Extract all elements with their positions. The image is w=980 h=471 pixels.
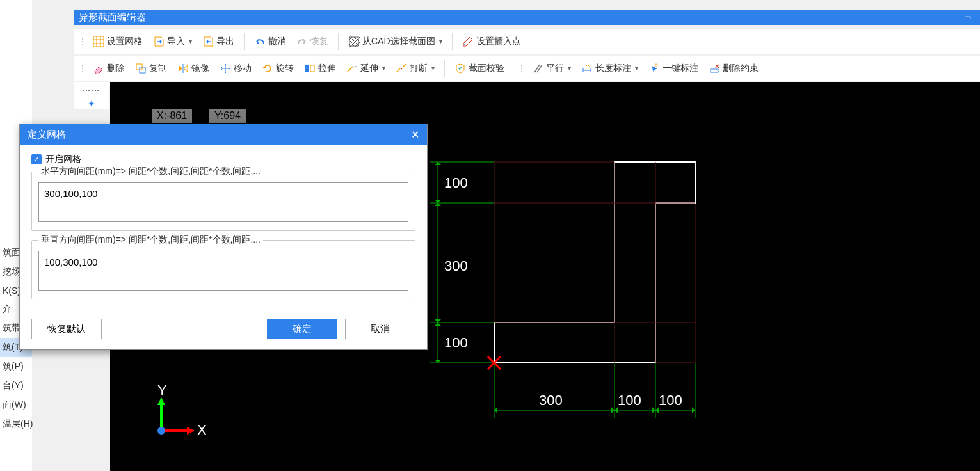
import-label: 导入 [167, 36, 185, 47]
svg-point-2 [464, 44, 465, 45]
caret-icon: ▾ [382, 65, 385, 72]
stretch-button[interactable]: 拉伸 [300, 61, 341, 76]
toolbar-main: ⋮ 设置网格 导入 ▾ 导出 撤消 恢复 从CAD选择截面图 ▾ 设置插入点 [74, 29, 980, 54]
dim-v1: 100 [444, 175, 468, 191]
one-click-label: 一键标注 [663, 63, 698, 74]
caret-icon: ▾ [439, 38, 442, 45]
toolbar-grip: ⋮ [517, 64, 526, 73]
cancel-button[interactable]: 取消 [345, 319, 415, 339]
set-grid-label: 设置网格 [107, 36, 143, 47]
undo-button[interactable]: 撤消 [250, 34, 291, 49]
svg-rect-9 [494, 162, 695, 363]
dialog-titlebar[interactable]: 定义网格 ✕ [20, 124, 427, 145]
axis-x-label: X [197, 422, 207, 438]
delete-constraint-button[interactable]: 删除约束 [704, 61, 763, 76]
stretch-icon [304, 63, 316, 74]
import-button[interactable]: 导入 ▾ [149, 34, 197, 49]
del-constraint-label: 删除约束 [723, 63, 759, 74]
close-icon[interactable]: ✕ [411, 129, 419, 141]
restore-default-button[interactable]: 恢复默认 [31, 319, 102, 339]
copy-label: 复制 [149, 63, 167, 74]
ok-button[interactable]: 确定 [267, 319, 337, 339]
parallel-button[interactable]: 平行 ▾ [527, 61, 575, 76]
editor-titlebar: 异形截面编辑器 ▭ [74, 10, 980, 25]
svg-rect-5 [305, 65, 309, 72]
toolbar-grip: ⋮ [77, 37, 87, 46]
length-dim-label: 长度标注 [595, 63, 631, 74]
rotate-label: 旋转 [276, 63, 294, 74]
del-constraint-icon [709, 63, 720, 74]
lp-item[interactable]: 台(Y) [0, 376, 32, 395]
shield-check-icon [454, 63, 466, 74]
move-icon [220, 63, 231, 74]
redo-label: 恢复 [310, 36, 328, 47]
toolbar-grip: ⋮ [77, 64, 87, 73]
hatch-icon [348, 36, 360, 47]
dim-v3: 100 [444, 335, 468, 351]
caret-icon: ▾ [635, 65, 638, 72]
maximize-icon[interactable]: ▭ [960, 13, 975, 22]
dim-h2: 100 [618, 392, 641, 408]
redo-button: 恢复 [292, 34, 333, 49]
length-dim-button[interactable]: 长度标注 ▾ [577, 61, 643, 76]
move-button[interactable]: 移动 [215, 61, 256, 76]
toolbar-edit: ⋮ 删除 复制 镜像 移动 旋转 拉伸 延伸 ▾ 打断 ▾ 截面校验 ⋮ 平行 [74, 56, 980, 81]
extend-icon [346, 63, 358, 74]
extend-button[interactable]: 延伸 ▾ [342, 61, 390, 76]
caret-icon: ▾ [568, 65, 571, 72]
validate-button[interactable]: 截面校验 [450, 61, 509, 76]
lp-item[interactable]: 筑(P) [0, 357, 32, 376]
undo-label: 撤消 [268, 36, 286, 47]
side-tool-strip: ⋯⋯ ✦ [74, 82, 109, 109]
break-label: 打断 [410, 63, 428, 74]
lp-item[interactable]: 温层(H) [0, 415, 32, 434]
extend-label: 延伸 [360, 63, 378, 74]
dim-v2: 300 [444, 258, 468, 274]
undo-icon [254, 36, 266, 47]
svg-point-7 [655, 64, 657, 67]
mirror-icon [177, 63, 189, 74]
copy-icon [135, 63, 147, 74]
toolbar-separator [244, 33, 245, 50]
click-icon [648, 63, 660, 74]
delete-button[interactable]: 删除 [88, 61, 129, 76]
stretch-label: 拉伸 [318, 63, 336, 74]
rotate-button[interactable]: 旋转 [257, 61, 298, 76]
parallel-label: 平行 [546, 63, 564, 74]
mirror-label: 镜像 [191, 63, 209, 74]
axis-y-label: Y [157, 382, 167, 398]
grid-icon [93, 36, 104, 47]
grid-dialog: 定义网格 ✕ ✓ 开启网格 水平方向间距(mm)=> 间距*个数,间距,间距*个… [19, 124, 428, 350]
one-click-dim-button[interactable]: 一键标注 [644, 61, 703, 76]
enable-grid-label: 开启网格 [45, 154, 81, 165]
h-spacing-group: 水平方向间距(mm)=> 间距*个数,间距,间距*个数,间距,... [31, 172, 415, 231]
insert-point-label: 设置插入点 [476, 36, 521, 47]
export-label: 导出 [216, 36, 234, 47]
svg-rect-0 [93, 36, 104, 47]
h-spacing-input[interactable] [38, 182, 408, 222]
from-cad-label: 从CAD选择截面图 [362, 36, 435, 47]
move-label: 移动 [234, 63, 252, 74]
copy-button[interactable]: 复制 [131, 61, 172, 76]
break-button[interactable]: 打断 ▾ [391, 61, 439, 76]
crosshair-icon[interactable]: ✦ [88, 99, 95, 109]
set-grid-button[interactable]: 设置网格 [88, 34, 147, 49]
export-button[interactable]: 导出 [198, 34, 239, 49]
dim-h1: 300 [539, 392, 563, 408]
enable-grid-checkbox[interactable]: ✓ [31, 154, 42, 164]
validate-label: 截面校验 [469, 63, 504, 74]
insert-point-icon [462, 36, 474, 47]
redo-icon [296, 36, 308, 47]
insert-point-button[interactable]: 设置插入点 [458, 34, 526, 49]
lp-item[interactable]: 面(W) [0, 395, 32, 415]
v-spacing-group: 垂直方向间距(mm)=> 间距*个数,间距,间距*个数,间距,... [31, 240, 415, 299]
export-icon [202, 36, 214, 47]
svg-rect-8 [711, 69, 718, 72]
import-icon [153, 36, 165, 47]
v-spacing-input[interactable] [38, 251, 408, 291]
rotate-icon [262, 63, 273, 74]
from-cad-button[interactable]: 从CAD选择截面图 ▾ [344, 34, 447, 49]
mirror-button[interactable]: 镜像 [173, 61, 214, 76]
caret-icon: ▾ [189, 38, 192, 45]
dimension-icon [581, 63, 593, 74]
